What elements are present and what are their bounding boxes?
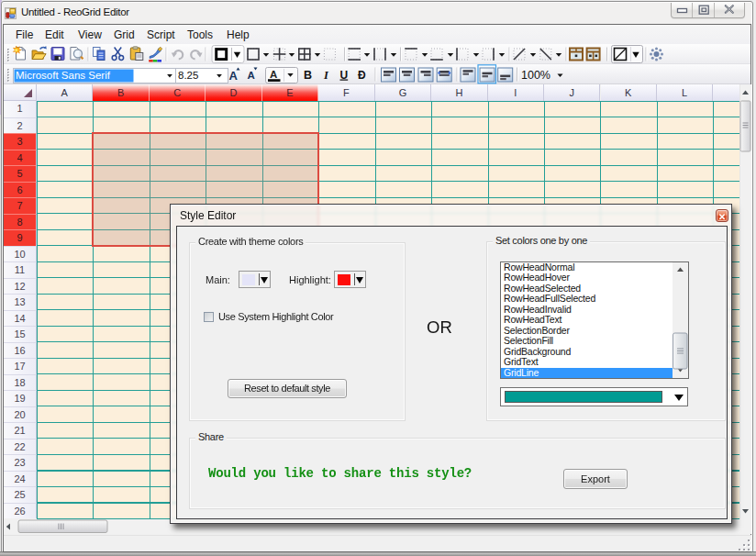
- svg-text:A: A: [270, 69, 277, 80]
- svg-text:Đ: Đ: [358, 69, 366, 82]
- svg-text:Microsoft Sans Serif: Microsoft Sans Serif: [16, 70, 111, 81]
- svg-text:U: U: [340, 69, 349, 82]
- svg-text:100%: 100%: [521, 69, 550, 82]
- svg-text:A: A: [248, 70, 255, 81]
- svg-text:8.25: 8.25: [178, 70, 198, 81]
- svg-text:B: B: [304, 69, 312, 82]
- svg-text:A: A: [229, 69, 239, 83]
- svg-text:I: I: [323, 69, 329, 82]
